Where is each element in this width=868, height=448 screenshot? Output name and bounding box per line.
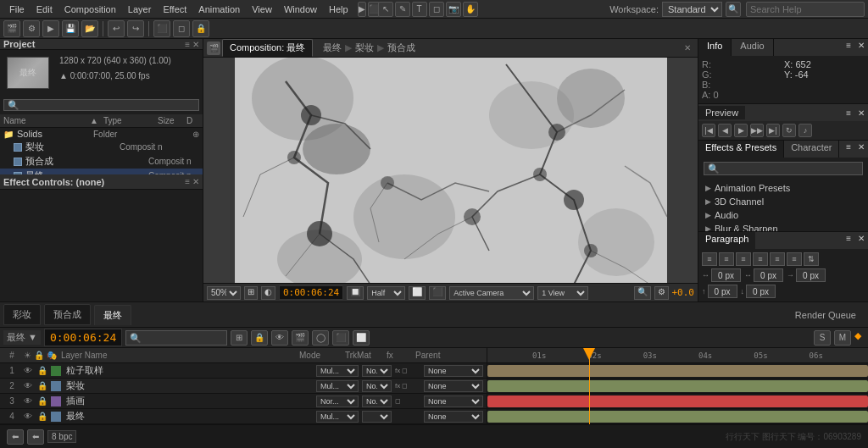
save-btn[interactable]: 💾	[62, 20, 79, 37]
effects-search-input[interactable]	[704, 162, 863, 175]
menu-help[interactable]: Help	[323, 3, 354, 16]
info-panel-close[interactable]: ✕	[854, 39, 868, 56]
layer-vis-3[interactable]: 👁	[24, 396, 34, 406]
toolbar-pen[interactable]: ✎	[395, 2, 410, 17]
comp-tab-active[interactable]: Composition: 最终	[222, 39, 313, 57]
import-btn[interactable]: 📂	[81, 20, 98, 37]
menu-effect[interactable]: Effect	[157, 3, 192, 16]
layer-tikmat-1[interactable]: No...	[362, 365, 392, 377]
effect-audio[interactable]: ▶ Audio	[698, 208, 868, 222]
layer-vis-1[interactable]: 👁	[24, 366, 34, 375]
layer-mode-1[interactable]: Mul...	[316, 365, 359, 377]
toggle-btn[interactable]: ◐	[261, 286, 275, 300]
timeline-tracks[interactable]: 01s 02s 03s 04s 05s 06s	[487, 348, 868, 424]
view-select[interactable]: 1 View	[537, 286, 588, 300]
zoom-in-btn[interactable]: 🔍	[634, 286, 651, 300]
t2-btn-9[interactable]: 🔒	[192, 20, 209, 37]
justify-all-btn[interactable]: ≡	[787, 252, 802, 266]
layer-parent-3[interactable]: None	[424, 395, 483, 407]
comp-viewport[interactable]	[203, 58, 698, 283]
workspace-select[interactable]: Standard	[662, 2, 722, 17]
track-row-2[interactable]	[487, 379, 868, 394]
info-panel-menu[interactable]: ≡	[843, 39, 854, 56]
align-right-btn[interactable]: ≡	[736, 252, 751, 266]
3d-btn[interactable]: ⬛	[429, 286, 446, 300]
toolbar-text[interactable]: T	[412, 2, 427, 17]
project-item-yuheceng[interactable]: 预合成 Composit n	[0, 154, 203, 169]
preview-close[interactable]: ✕	[854, 107, 868, 119]
menu-file[interactable]: File	[3, 3, 31, 16]
layer-tikmat-3[interactable]: No...	[362, 395, 392, 407]
prev-play[interactable]: ▶	[734, 124, 748, 137]
track-row-4[interactable]	[487, 409, 868, 424]
para-close[interactable]: ✕	[854, 232, 868, 249]
tl-mute-btn[interactable]: M	[834, 330, 851, 346]
prev-loop[interactable]: ↻	[782, 124, 796, 137]
menu-window[interactable]: Window	[278, 3, 323, 16]
preview-tab[interactable]: Preview	[698, 106, 745, 119]
align-center-btn[interactable]: ≡	[719, 252, 734, 266]
space-after-input[interactable]	[746, 285, 776, 298]
t2-btn-7[interactable]: ⬛	[153, 20, 170, 37]
breadcrumb-item-1[interactable]: 最终	[323, 41, 342, 54]
layer-mode-2[interactable]: Mul...	[316, 380, 359, 392]
status-expand-btn[interactable]: ⬅	[7, 429, 24, 445]
comp-settings-btn[interactable]: ⚙	[654, 286, 669, 300]
ctab-caizhuang[interactable]: 彩妆	[3, 304, 41, 325]
effects-menu[interactable]: ≡	[843, 141, 854, 158]
tl-btn-1[interactable]: ⊞	[231, 330, 248, 346]
settings-btn[interactable]: ⚙	[23, 20, 40, 37]
prev-back[interactable]: ◀	[718, 124, 732, 137]
layer-lock-2[interactable]: 🔒	[37, 381, 47, 390]
render-btn[interactable]: ▶	[42, 20, 59, 37]
effects-presets-tab[interactable]: Effects & Presets	[698, 141, 784, 158]
layer-tikmat-4[interactable]	[362, 411, 392, 423]
menu-edit[interactable]: Edit	[31, 3, 58, 16]
tl-btn-6[interactable]: ⬛	[332, 330, 349, 346]
new-comp-btn[interactable]: 🎬	[3, 20, 20, 37]
toolbar-pan[interactable]: ✋	[463, 2, 478, 17]
layer-mode-3[interactable]: Nor...	[316, 395, 359, 407]
track-row-3[interactable]	[487, 394, 868, 409]
comp-panel-close[interactable]: ✕	[684, 43, 691, 53]
snap-btn[interactable]: 🔲	[347, 286, 364, 300]
project-panel-collapse[interactable]: ≡	[185, 40, 190, 49]
comp-timecode[interactable]: 0:00:06:24	[279, 285, 343, 300]
track-row-1[interactable]	[487, 363, 868, 379]
preview-menu[interactable]: ≡	[843, 107, 854, 119]
indent-left-input[interactable]	[711, 268, 741, 282]
align-left-btn[interactable]: ≡	[702, 252, 717, 266]
t2-btn-6[interactable]: ↪	[127, 20, 144, 37]
layer-parent-2[interactable]: None	[424, 380, 483, 392]
timeline-search[interactable]	[125, 330, 227, 346]
zoom-select[interactable]: 50%	[207, 286, 241, 300]
breadcrumb-item-3[interactable]: 预合成	[387, 41, 415, 54]
tl-btn-4[interactable]: 🎬	[292, 330, 309, 346]
motion-blur-btn[interactable]: ⬜	[409, 286, 426, 300]
camera-select[interactable]: Active Camera	[449, 286, 534, 300]
project-search-input[interactable]	[3, 99, 199, 111]
effects-close[interactable]: ✕	[854, 141, 868, 158]
prev-forward[interactable]: ▶▶	[750, 124, 764, 137]
status-prev-frame[interactable]: ⬅	[27, 429, 44, 445]
paragraph-tab[interactable]: Paragraph	[698, 232, 755, 249]
ctab-yuheceng[interactable]: 预合成	[44, 304, 91, 325]
layer-lock-1[interactable]: 🔒	[37, 366, 47, 375]
t2-btn-5[interactable]: ↩	[108, 20, 125, 37]
justify-center-btn[interactable]: ≡	[770, 252, 785, 266]
tl-solo-btn[interactable]: S	[814, 330, 831, 346]
bpc-display[interactable]: 8 bpc	[47, 430, 76, 443]
tl-btn-7[interactable]: ⬜	[353, 330, 370, 346]
layer-row-1[interactable]: 1 👁 🔒 粒子取样 Mul... No... fx ◻ None	[0, 363, 487, 379]
toolbar-btn-1[interactable]: ▶	[358, 2, 366, 17]
menu-composition[interactable]: Composition	[58, 3, 122, 16]
character-tab[interactable]: Character	[784, 141, 839, 158]
menu-view[interactable]: View	[246, 3, 278, 16]
quality-select[interactable]: Half	[367, 286, 405, 300]
prev-first[interactable]: |◀	[702, 124, 715, 137]
layer-vis-2[interactable]: 👁	[24, 381, 34, 390]
layer-vis-4[interactable]: 👁	[24, 412, 34, 421]
layer-row-3[interactable]: 3 👁 🔒 插画 Nor... No... ◻ None	[0, 394, 487, 409]
tl-btn-3[interactable]: 👁	[271, 330, 288, 346]
space-before-input[interactable]	[708, 285, 737, 298]
